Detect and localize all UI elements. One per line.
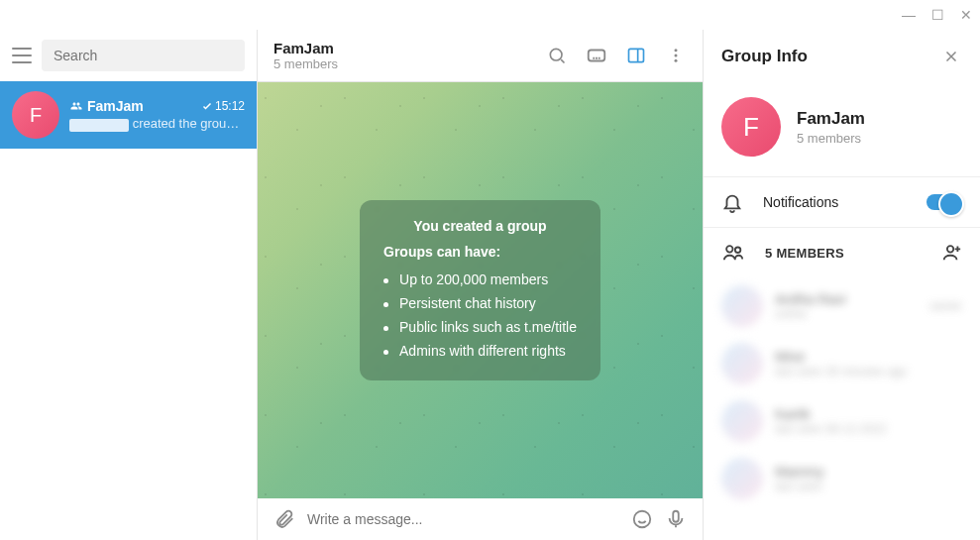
attach-icon[interactable] xyxy=(273,508,295,530)
chat-time: 15:12 xyxy=(215,99,245,113)
group-info-panel: Group Info F FamJam 5 members Notificati… xyxy=(703,30,980,540)
chat-name: FamJam xyxy=(87,98,144,114)
members-count-label: 5 MEMBERS xyxy=(765,246,921,261)
svg-point-0 xyxy=(550,49,562,60)
member-name: Anitha Ravi xyxy=(775,291,846,307)
member-avatar xyxy=(721,343,763,384)
group-icon xyxy=(69,100,83,112)
group-created-card: You created a group Groups can have: Up … xyxy=(360,200,600,380)
member-status: last seen 30 minutes ago xyxy=(775,365,907,378)
menu-button[interactable] xyxy=(12,48,32,63)
member-avatar xyxy=(721,458,763,499)
emoji-icon[interactable] xyxy=(631,508,653,530)
chat-main: FamJam 5 members You cr xyxy=(258,30,703,540)
card-list: Up to 200,000 membersPersistent chat his… xyxy=(383,268,577,363)
video-chat-icon[interactable] xyxy=(586,45,607,66)
member-status: last seen 08-12-2022 xyxy=(775,422,887,436)
svg-point-4 xyxy=(675,54,678,57)
chat-preview: created the grou… xyxy=(69,116,245,131)
member-row[interactable]: Minelast seen 30 minutes ago xyxy=(704,335,980,392)
member-row[interactable]: Mammylast seen xyxy=(704,450,980,507)
member-status: last seen xyxy=(775,480,824,493)
chat-subtitle: 5 members xyxy=(273,56,338,71)
svg-point-8 xyxy=(726,246,732,252)
check-icon xyxy=(201,100,213,112)
card-title: You created a group xyxy=(383,218,577,234)
member-row[interactable]: Kartiklast seen 08-12-2022 xyxy=(704,392,980,450)
card-subtitle: Groups can have: xyxy=(383,244,577,260)
member-name: Mine xyxy=(775,349,907,365)
member-avatar xyxy=(721,285,763,327)
message-input[interactable] xyxy=(307,511,619,527)
card-list-item: Up to 200,000 members xyxy=(383,268,577,291)
svg-point-3 xyxy=(675,49,678,52)
close-icon[interactable] xyxy=(940,46,962,67)
svg-point-6 xyxy=(634,511,651,528)
chat-list-sidebar: F FamJam 15:12 created the grou… xyxy=(0,30,258,540)
member-row[interactable]: Anitha Ravionlineowner xyxy=(704,277,980,335)
more-icon[interactable] xyxy=(665,45,687,66)
add-member-icon[interactable] xyxy=(940,242,962,264)
bell-icon xyxy=(721,191,743,213)
voice-icon[interactable] xyxy=(665,508,687,530)
svg-point-10 xyxy=(947,246,953,252)
member-name: Kartik xyxy=(775,406,887,422)
group-avatar: F xyxy=(721,97,781,157)
member-avatar xyxy=(721,400,763,442)
panel-title: Group Info xyxy=(721,47,808,66)
group-name: FamJam xyxy=(797,109,865,129)
card-list-item: Public links such as t.me/title xyxy=(383,315,577,339)
window-minimize[interactable]: — xyxy=(902,7,916,23)
notifications-toggle[interactable] xyxy=(926,194,962,210)
window-maximize[interactable]: ☐ xyxy=(931,7,944,23)
sidebar-toggle-icon[interactable] xyxy=(625,45,647,66)
chat-list-item[interactable]: F FamJam 15:12 created the grou… xyxy=(0,81,257,149)
member-role: owner xyxy=(929,299,962,313)
card-list-item: Admins with different rights xyxy=(383,339,577,363)
members-icon xyxy=(721,242,745,264)
svg-rect-2 xyxy=(629,49,644,61)
avatar: F xyxy=(12,91,59,139)
search-input[interactable] xyxy=(42,40,245,71)
member-status: online xyxy=(775,307,846,321)
card-list-item: Persistent chat history xyxy=(383,291,577,315)
svg-point-9 xyxy=(735,248,741,254)
window-close[interactable]: ✕ xyxy=(960,7,972,23)
svg-point-5 xyxy=(675,59,678,62)
group-member-count: 5 members xyxy=(797,131,865,146)
notifications-label: Notifications xyxy=(763,194,907,210)
svg-rect-1 xyxy=(589,51,605,61)
svg-rect-7 xyxy=(673,511,679,522)
chat-title: FamJam xyxy=(273,40,338,56)
search-icon[interactable] xyxy=(546,45,568,66)
member-name: Mammy xyxy=(775,464,824,480)
